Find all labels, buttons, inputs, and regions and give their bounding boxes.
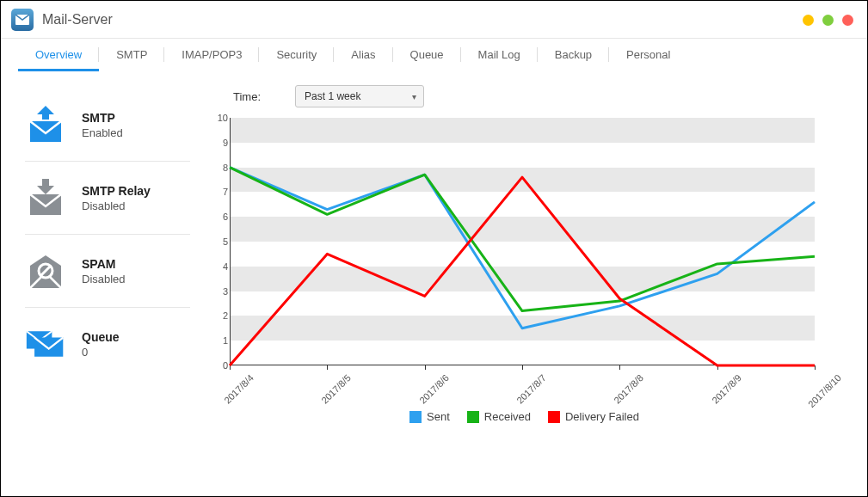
time-label: Time: <box>233 90 261 103</box>
smtp-out-icon <box>25 107 66 142</box>
y-tick: 7 <box>211 187 228 197</box>
chart: 0123456789102017/8/42017/8/52017/8/62017… <box>207 118 841 419</box>
x-tick: 2017/8/5 <box>319 372 353 406</box>
tab-personal[interactable]: Personal <box>609 39 687 71</box>
app-title: Mail-Server <box>42 12 113 28</box>
y-tick: 5 <box>211 236 228 247</box>
tab-mail-log[interactable]: Mail Log <box>461 39 538 71</box>
y-tick: 4 <box>211 261 228 272</box>
x-tick: 2017/8/4 <box>222 372 255 406</box>
status-title: SMTP Relay <box>82 184 151 198</box>
legend-failed: Delivery Failed <box>548 410 639 423</box>
tab-smtp[interactable]: SMTP <box>99 39 164 71</box>
nav-tabs: OverviewSMTPIMAP/POP3SecurityAliasQueueM… <box>1 39 867 71</box>
minimize-button[interactable] <box>803 15 814 26</box>
window-controls <box>803 1 853 39</box>
smtp-in-icon <box>25 181 66 215</box>
time-filter-row: Time: Past 1 week ▾ <box>207 80 841 113</box>
x-tick-mark <box>815 365 816 370</box>
series-sent <box>230 168 815 328</box>
legend-received: Received <box>467 410 531 423</box>
status-value: Disabled <box>82 273 126 285</box>
title-bar: Mail-Server <box>1 1 867 39</box>
tab-security[interactable]: Security <box>259 39 334 71</box>
chevron-down-icon: ▾ <box>412 92 416 101</box>
legend-label-sent: Sent <box>427 410 450 423</box>
legend-swatch-failed <box>548 411 560 423</box>
queue-icon <box>25 327 66 361</box>
y-tick: 8 <box>211 163 228 173</box>
tab-backup[interactable]: Backup <box>538 39 609 71</box>
x-tick: 2017/8/9 <box>710 372 743 406</box>
chart-lines <box>230 118 815 365</box>
time-range-select[interactable]: Past 1 week ▾ <box>295 85 424 107</box>
x-tick-mark <box>619 365 620 370</box>
x-tick-mark <box>230 365 231 370</box>
y-tick: 9 <box>211 138 228 148</box>
x-tick: 2017/8/10 <box>806 372 843 409</box>
sidebar-item-queue[interactable]: Queue0 <box>25 308 190 380</box>
x-tick-mark <box>522 365 523 370</box>
status-title: SPAM <box>82 257 126 271</box>
time-range-value: Past 1 week <box>305 90 360 102</box>
y-tick: 10 <box>211 113 228 123</box>
tab-imap-pop3[interactable]: IMAP/POP3 <box>164 39 259 71</box>
x-tick-mark <box>425 365 426 370</box>
series-received <box>230 168 815 311</box>
y-tick: 3 <box>211 286 228 297</box>
legend-sent: Sent <box>409 410 450 423</box>
tab-overview[interactable]: Overview <box>18 39 99 71</box>
sidebar-item-spam[interactable]: SPAMDisabled <box>25 235 190 308</box>
chart-legend: Sent Received Delivery Failed <box>207 410 841 423</box>
tab-queue[interactable]: Queue <box>393 39 461 71</box>
y-tick: 2 <box>211 310 228 321</box>
legend-label-received: Received <box>484 410 531 423</box>
y-tick: 1 <box>211 335 228 346</box>
spam-icon <box>25 254 66 288</box>
x-tick: 2017/8/6 <box>417 372 451 406</box>
legend-swatch-sent <box>409 411 422 423</box>
status-title: Queue <box>82 330 120 344</box>
x-tick: 2017/8/7 <box>514 372 548 406</box>
y-tick: 0 <box>211 360 228 371</box>
main-panel: Time: Past 1 week ▾ 0123456789102017/8/4… <box>199 71 867 496</box>
status-value: 0 <box>82 346 120 359</box>
status-title: SMTP <box>82 111 123 125</box>
x-tick-mark <box>327 365 328 370</box>
maximize-button[interactable] <box>822 15 834 26</box>
legend-label-failed: Delivery Failed <box>565 410 639 423</box>
status-value: Enabled <box>82 126 123 139</box>
legend-swatch-received <box>467 411 479 423</box>
tab-alias[interactable]: Alias <box>334 39 392 71</box>
close-button[interactable] <box>842 15 853 26</box>
app-icon <box>11 9 34 31</box>
sidebar-item-smtp[interactable]: SMTPEnabled <box>25 89 190 162</box>
sidebar-item-smtp-relay[interactable]: SMTP RelayDisabled <box>25 162 190 235</box>
sidebar: SMTPEnabled SMTP RelayDisabled SPAMDisab… <box>1 71 199 496</box>
x-tick: 2017/8/8 <box>612 372 645 406</box>
status-value: Disabled <box>82 199 151 212</box>
y-tick: 6 <box>211 212 228 222</box>
